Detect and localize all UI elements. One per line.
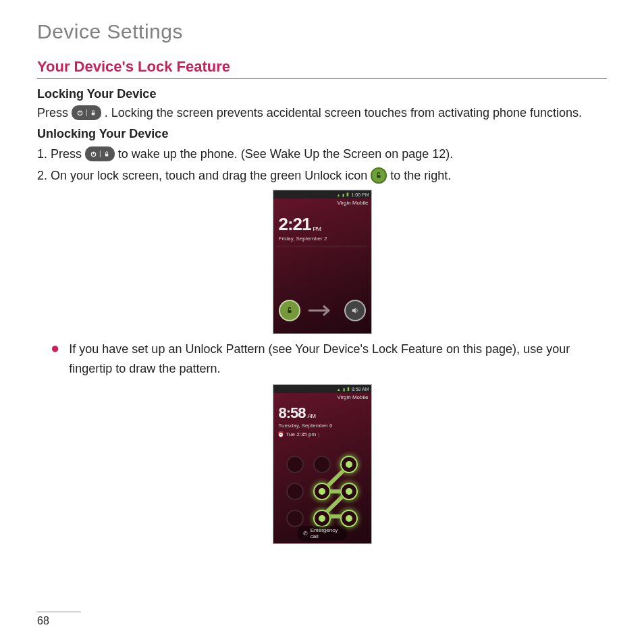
clock-time: 2:21 (279, 214, 311, 235)
clock-ampm: PM (313, 225, 321, 232)
svg-rect-2 (91, 113, 95, 115)
svg-rect-7 (288, 311, 291, 313)
step-1: 1. Press | to wake up the phone. (See Wa… (37, 145, 607, 163)
power-lock-button-icon: | (85, 146, 115, 161)
step1-text-a: 1. Press (37, 147, 85, 161)
paragraph-locking: Press | . Locking the screen prevents ac… (37, 104, 607, 122)
bullet-text: If you have set up an Unlock Pattern (se… (69, 340, 607, 379)
screenshot-lockscreen-slide: 1:00 PM Virgin Mobile 2:21 PM Friday, Se… (273, 190, 372, 334)
alarm-icon: ⏰ (277, 431, 284, 437)
pattern-grid (273, 454, 371, 529)
status-bar: 8:58 AM (273, 385, 371, 393)
alarm-time: Tue 2:35 pm (286, 431, 317, 437)
pattern-dot (286, 456, 304, 473)
arrow-right-icon (300, 304, 344, 317)
status-bar: 1:00 PM (273, 190, 371, 198)
section-title: Your Device's Lock Feature (37, 58, 607, 76)
clock-date: Friday, September 2 (279, 236, 371, 242)
unlock-slider-icon (279, 300, 300, 321)
pattern-dot (313, 483, 331, 500)
clock-date: Tuesday, September 6 (279, 423, 371, 429)
pattern-dot (340, 510, 358, 527)
carrier-label: Virgin Mobile (273, 198, 371, 209)
chapter-title: Device Settings (37, 20, 607, 43)
bullet-icon: ● (51, 340, 59, 379)
clock-ampm: AM (308, 412, 316, 419)
pattern-dot (340, 483, 358, 500)
section-rule (37, 78, 607, 79)
svg-rect-6 (377, 176, 381, 178)
text-press: Press (37, 106, 72, 119)
pattern-dot (340, 456, 358, 473)
text-locking-rest: . Locking the screen prevents accidental… (105, 106, 582, 119)
power-lock-button-icon: | (72, 105, 101, 120)
step1-text-b: to wake up the phone. (See Wake Up the S… (118, 147, 454, 161)
carrier-label: Virgin Mobile (273, 393, 371, 403)
pattern-dot (286, 510, 304, 527)
statusbar-time: 1:00 PM (351, 192, 369, 197)
subheading-locking: Locking Your Device (37, 87, 607, 101)
statusbar-time: 8:58 AM (352, 387, 369, 392)
page-footer: 68 (37, 612, 81, 627)
pattern-dot (313, 510, 331, 527)
unlock-icon (371, 167, 387, 184)
pattern-dot (313, 456, 331, 473)
svg-rect-5 (105, 154, 108, 157)
step2-text-a: 2. On your lock screen, touch and drag t… (37, 169, 371, 182)
bullet-pattern-note: ● If you have set up an Unlock Pattern (… (51, 340, 607, 379)
step2-text-b: to the right. (390, 169, 451, 182)
clock-time: 8:58 (279, 404, 306, 422)
subheading-unlocking: Unlocking Your Device (37, 127, 607, 141)
screenshot-lockscreen-pattern: 8:58 AM Virgin Mobile 8:58 AM Tuesday, S… (273, 384, 372, 544)
pattern-dot (286, 483, 304, 500)
phone-icon: ✆ (303, 531, 308, 537)
step-2: 2. On your lock screen, touch and drag t… (37, 167, 607, 184)
page-number: 68 (37, 615, 49, 626)
sound-slider-icon (344, 300, 366, 321)
emergency-label: Emergency call (311, 527, 342, 539)
emergency-call-button: ✆ Emergency call (298, 526, 347, 541)
